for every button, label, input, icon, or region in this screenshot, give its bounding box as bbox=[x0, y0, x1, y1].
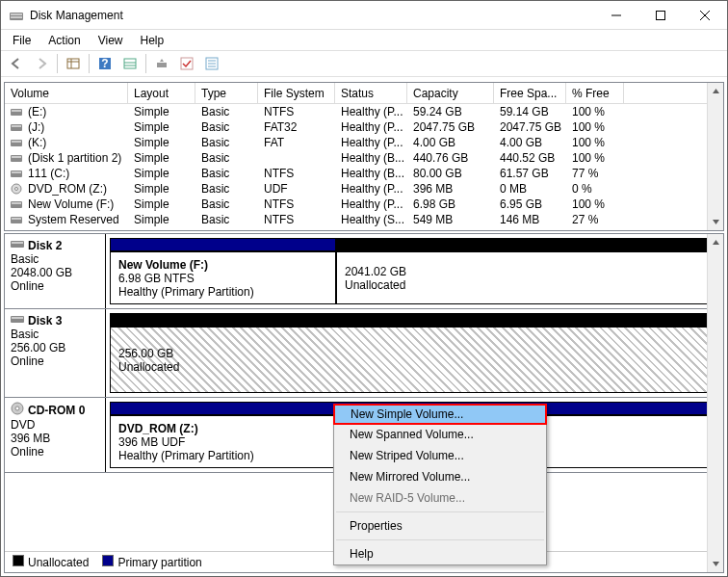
close-button[interactable] bbox=[683, 1, 727, 29]
ctx-new-spanned-volume[interactable]: New Spanned Volume... bbox=[334, 424, 546, 445]
svg-point-32 bbox=[15, 188, 18, 191]
checkmark-button[interactable] bbox=[175, 53, 198, 74]
volume-cell-free: 440.52 GB bbox=[494, 151, 566, 165]
forward-button[interactable] bbox=[30, 53, 53, 74]
svg-rect-26 bbox=[12, 141, 21, 143]
ctx-new-raid5-volume: New RAID-5 Volume... bbox=[334, 487, 546, 509]
volume-row[interactable]: (K:)SimpleBasicFATHealthy (P...4.00 GB4.… bbox=[5, 135, 723, 150]
titlebar[interactable]: Disk Management bbox=[1, 1, 727, 30]
volume-row[interactable]: 111 (C:)SimpleBasicNTFSHealthy (B...80.0… bbox=[5, 166, 723, 181]
volume-row[interactable]: System ReservedSimpleBasicNTFSHealthy (S… bbox=[5, 212, 723, 227]
disk-scrollbar[interactable] bbox=[707, 234, 723, 572]
menu-view[interactable]: View bbox=[91, 32, 131, 49]
scroll-up-button[interactable] bbox=[708, 83, 723, 99]
menubar: File Action View Help bbox=[1, 30, 727, 50]
column-header-layout[interactable]: Layout bbox=[128, 83, 195, 103]
ctx-new-mirrored-volume[interactable]: New Mirrored Volume... bbox=[334, 466, 546, 487]
ctx-properties[interactable]: Properties bbox=[334, 515, 546, 537]
scroll-down-button[interactable] bbox=[708, 214, 723, 230]
partition-unallocated-disk3[interactable]: 256.00 GB Unallocated bbox=[110, 327, 719, 393]
partition-health: Healthy (Primary Partition) bbox=[118, 285, 327, 299]
disk-icon bbox=[11, 238, 24, 252]
volume-row[interactable]: (Disk 1 partition 2)SimpleBasicHealthy (… bbox=[5, 150, 723, 166]
window-title: Disk Management bbox=[30, 9, 594, 22]
ctx-new-simple-volume[interactable]: New Simple Volume... bbox=[333, 404, 547, 425]
volume-cell-fs: NTFS bbox=[258, 197, 335, 211]
column-header-volume[interactable]: Volume bbox=[5, 83, 128, 103]
volume-cell-layout: Simple bbox=[128, 197, 195, 211]
volume-cell-layout: Simple bbox=[128, 120, 195, 134]
column-header-type[interactable]: Type bbox=[195, 83, 258, 103]
menu-help[interactable]: Help bbox=[133, 32, 172, 49]
settings-button[interactable] bbox=[118, 53, 142, 74]
volume-row[interactable]: New Volume (F:)SimpleBasicNTFSHealthy (P… bbox=[5, 197, 723, 212]
column-header-cap[interactable]: Capacity bbox=[407, 83, 494, 103]
bar-unallocated bbox=[336, 238, 719, 251]
disk-type: DVD bbox=[11, 418, 99, 432]
svg-rect-24 bbox=[12, 125, 21, 127]
svg-rect-15 bbox=[157, 63, 167, 67]
volume-cell-pct: 100 % bbox=[566, 120, 624, 134]
volume-cell-cap: 6.98 GB bbox=[407, 197, 494, 211]
cdrom-icon bbox=[11, 402, 24, 418]
maximize-button[interactable] bbox=[638, 1, 683, 29]
menu-action[interactable]: Action bbox=[40, 32, 88, 49]
column-header-fs[interactable]: File System bbox=[258, 83, 335, 103]
column-header-free[interactable]: Free Spa... bbox=[494, 83, 566, 103]
ctx-help[interactable]: Help bbox=[334, 543, 546, 564]
volume-cell-cap: 396 MB bbox=[407, 182, 494, 196]
partition-sub: 6.98 GB NTFS bbox=[118, 272, 327, 285]
volume-row[interactable]: DVD_ROM (Z:)SimpleBasicUDFHealthy (P...3… bbox=[5, 181, 723, 197]
volume-cell-free: 4.00 GB bbox=[494, 136, 566, 149]
partition-new-volume-f[interactable]: New Volume (F:) 6.98 GB NTFS Healthy (Pr… bbox=[110, 251, 336, 304]
help-button[interactable]: ? bbox=[93, 53, 117, 74]
volume-list-pane[interactable]: VolumeLayoutTypeFile SystemStatusCapacit… bbox=[4, 82, 724, 231]
volume-cell-free: 6.95 GB bbox=[494, 197, 566, 211]
minimize-button[interactable] bbox=[594, 1, 638, 29]
volume-cell-name: (E:) bbox=[5, 105, 128, 118]
disk-icon bbox=[11, 313, 24, 328]
scroll-up-button[interactable] bbox=[708, 234, 723, 250]
disk-label[interactable]: Disk 3 Basic 256.00 GB Online bbox=[5, 309, 106, 397]
partition-unallocated[interactable]: 2041.02 GB Unallocated bbox=[336, 251, 719, 304]
volume-cell-status: Healthy (P... bbox=[335, 182, 407, 196]
volume-cell-pct: 100 % bbox=[566, 197, 624, 211]
volume-scrollbar[interactable] bbox=[707, 83, 723, 230]
svg-point-42 bbox=[15, 407, 19, 410]
volume-cell-type: Basic bbox=[195, 105, 258, 118]
volume-cell-pct: 100 % bbox=[566, 105, 624, 118]
svg-rect-38 bbox=[12, 242, 23, 244]
volume-cell-name: (K:) bbox=[5, 136, 128, 149]
column-header-pct[interactable]: % Free bbox=[566, 83, 624, 103]
volume-cell-status: Healthy (P... bbox=[335, 120, 407, 134]
volume-row[interactable]: (E:)SimpleBasicNTFSHealthy (P...59.24 GB… bbox=[5, 104, 723, 119]
menu-file[interactable]: File bbox=[5, 32, 39, 49]
volume-cell-status: Healthy (P... bbox=[335, 105, 407, 118]
column-header-status[interactable]: Status bbox=[335, 83, 407, 103]
volume-row[interactable]: (J:)SimpleBasicFAT32Healthy (P...2047.75… bbox=[5, 119, 723, 135]
disk-label[interactable]: CD-ROM 0 DVD 396 MB Online bbox=[5, 398, 106, 472]
volume-cell-pct: 100 % bbox=[566, 136, 624, 149]
disk-action-button[interactable] bbox=[150, 53, 173, 74]
bar-unallocated bbox=[110, 313, 719, 327]
scroll-down-button[interactable] bbox=[708, 556, 723, 572]
volume-cell-free: 0 MB bbox=[494, 182, 566, 196]
view-list-button[interactable] bbox=[62, 53, 85, 74]
volume-cell-name: 111 (C:) bbox=[5, 167, 128, 180]
disk-label[interactable]: Disk 2 Basic 2048.00 GB Online bbox=[5, 234, 106, 308]
volume-cell-name: System Reserved bbox=[5, 213, 128, 226]
svg-rect-28 bbox=[12, 156, 21, 158]
ctx-new-striped-volume[interactable]: New Striped Volume... bbox=[334, 445, 546, 466]
back-button[interactable] bbox=[5, 53, 28, 74]
properties-button[interactable] bbox=[200, 53, 223, 74]
ctx-separator bbox=[336, 539, 544, 540]
partition-size: 256.00 GB bbox=[118, 347, 711, 360]
volume-cell-layout: Simple bbox=[128, 136, 195, 149]
partition-name: New Volume (F:) bbox=[118, 258, 327, 272]
volume-cell-status: Healthy (B... bbox=[335, 167, 407, 180]
legend-label: Primary partition bbox=[117, 556, 201, 569]
volume-cell-layout: Simple bbox=[128, 151, 195, 165]
volume-cell-fs: FAT32 bbox=[258, 120, 335, 134]
volume-cell-status: Healthy (S... bbox=[335, 213, 407, 226]
partition-size: 2041.02 GB bbox=[345, 265, 711, 278]
